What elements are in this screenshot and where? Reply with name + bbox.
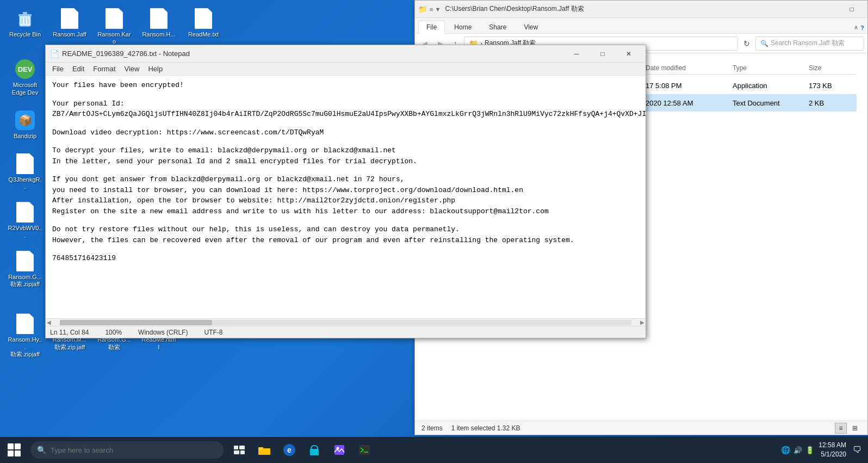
content-line5 [52,120,639,127]
explorer-title-path-prefix: ≡ ▼ [430,6,441,13]
content-line17: However, the files can be recovered even… [52,235,639,246]
scroll-right-button[interactable]: ▶ [639,319,646,325]
desktop-icon-ransom-karo[interactable]: Ransom.Karo [95,5,134,47]
menu-view[interactable]: View [120,64,144,74]
taskbar-date-value: 5/1/2020 [819,450,846,459]
taskbar-app-buttons: e [228,437,376,463]
scrollbar-track[interactable] [60,320,631,325]
notepad-statusbar: Ln 11, Col 84 100% Windows (CRLF) UTF-8 [46,326,646,338]
system-icons: 🌐 🔊 🔋 [781,446,814,454]
store-taskbar-button[interactable] [303,437,326,463]
content-line2 [52,91,639,98]
search-placeholder: Search Ransom.Jaff 勒索 [771,39,845,48]
desktop-icon-ransom-h[interactable]: Ransom.H... [139,5,178,47]
menu-help[interactable]: Help [144,64,167,74]
terminal-taskbar-button[interactable] [353,437,376,463]
desktop-icon-ransom-hy[interactable]: Ransom.Hy...勒索.zipjaff [5,311,45,360]
notepad-win-controls: ─ □ ✕ [564,45,641,63]
svg-rect-11 [258,447,263,450]
large-icons-view-button[interactable]: ⊞ [849,423,861,434]
desktop-icon-readme-txt[interactable]: ReadMe.txt [184,5,223,47]
scrollbar-thumb[interactable] [60,320,212,325]
content-line15 [52,217,639,224]
content-line13: After installation, open the tor browser… [52,195,639,206]
file-date: 17 5:08 PM [646,82,733,90]
content-line16: Do not try restore files without our hel… [52,224,639,235]
file-explorer-taskbar-button[interactable] [253,437,276,463]
notepad-title-text: README_0196389_42786.txt - Notepad [62,50,564,58]
refresh-button[interactable]: ↻ [740,39,753,48]
content-line18 [52,245,639,253]
taskbar-clock[interactable]: 12:58 AM 5/1/2020 [819,441,846,459]
content-line7 [52,138,639,145]
file-date: 2020 12:58 AM [646,99,733,107]
svg-rect-9 [240,450,245,454]
edge-taskbar-button[interactable]: e [278,437,301,463]
help-icon[interactable]: ? [860,24,864,31]
explorer-maximize-button[interactable]: □ [839,1,864,18]
scroll-left-button[interactable]: ◀ [46,319,52,325]
svg-rect-7 [239,446,245,449]
svg-rect-8 [234,450,239,454]
content-line10 [52,166,639,174]
col-size: Size [809,64,852,72]
notepad-maximize-button[interactable]: □ [590,45,615,63]
taskbar-system-tray: 🌐 🔊 🔋 12:58 AM 5/1/2020 🗨 [781,441,868,459]
menu-edit[interactable]: Edit [68,64,89,74]
content-line9: In the letter, send your personal Id and… [52,156,639,167]
file-type: Application [733,82,809,90]
notepad-close-button[interactable]: ✕ [616,45,641,63]
start-button[interactable] [0,437,28,463]
svg-rect-2 [23,12,27,14]
desktop-icon-ransom-g1[interactable]: Ransom.G...勒索.zipjaff [5,248,45,305]
ribbon-tab-file[interactable]: File [418,21,445,34]
collapse-ribbon-icon[interactable]: ∧ [854,24,858,31]
file-type: Text Document [733,99,809,107]
desktop-icon-recycle-bin[interactable]: Recycle Bin [5,5,45,47]
photos-taskbar-button[interactable] [328,437,351,463]
notepad-content-area[interactable]: Your files have been encrypted! Your per… [46,76,646,318]
taskbar-search-input[interactable] [51,446,217,454]
content-line8: To decrypt your files, write to email: b… [52,145,639,156]
notepad-minimize-button[interactable]: ─ [564,45,589,63]
content-line6: Download video decryption: https://www.s… [52,127,639,138]
file-size: 173 KB [809,82,852,90]
content-line14: Register on the site a new email address… [52,206,639,217]
content-line3: Your personal Id: [52,98,639,109]
col-modified: Date modified [646,64,733,72]
desktop-icon-bandizip[interactable]: 📦 Bandizip [5,107,45,142]
desktop-icon-ransom-jaff[interactable]: Ransom.Jaff [50,5,89,47]
task-view-button[interactable] [228,437,251,463]
desktop-icon-edge-dev[interactable]: DEV MicrosoftEdge Dev [5,56,45,98]
ribbon-tabs: File Home Share View ∧ ? [415,18,867,33]
svg-rect-1 [18,14,32,16]
selected-info: 1 item selected 1.32 KB [451,424,520,432]
explorer-search-input[interactable]: 🔍 Search Ransom.Jaff 勒索 [755,36,864,51]
svg-rect-12 [310,449,319,455]
volume-icon[interactable]: 🔊 [793,446,802,454]
details-view-button[interactable]: ≡ [835,423,847,434]
taskbar-search-icon: 🔍 [37,446,46,454]
notification-button[interactable]: 🗨 [853,445,861,455]
edge-icon: e [283,444,295,456]
notepad-horizontal-scrollbar[interactable]: ◀ ▶ [46,318,646,326]
desktop-icon-r2vvb[interactable]: R2VvbWV0... [5,199,45,241]
explorer-ribbon: File Home Share View ∧ ? [415,18,867,34]
svg-line-3 [22,17,22,24]
taskbar-search-bar[interactable]: 🔍 [30,441,224,459]
col-type: Type [733,64,809,72]
content-line19: 7648517164231l9 [52,253,639,264]
ribbon-tab-home[interactable]: Home [446,21,480,33]
desktop-icon-q3jhenkg[interactable]: Q3JhenkgR... [5,151,45,193]
explorer-titlebar: 📁 ≡ ▼ C:\Users\Brian Chen\Desktop\Ransom… [415,1,867,18]
menu-format[interactable]: Format [89,64,120,74]
ribbon-tab-view[interactable]: View [516,21,546,33]
network-icon[interactable]: 🌐 [781,446,790,454]
menu-file[interactable]: File [48,64,68,74]
notepad-window: 📄 README_0196389_42786.txt - Notepad ─ □… [45,45,646,338]
search-icon: 🔍 [760,40,768,47]
ribbon-tab-share[interactable]: Share [481,21,514,33]
svg-line-5 [28,17,28,24]
cursor-position: Ln 11, Col 84 [50,329,89,336]
content-line1: Your files have been encrypted! [52,80,639,91]
